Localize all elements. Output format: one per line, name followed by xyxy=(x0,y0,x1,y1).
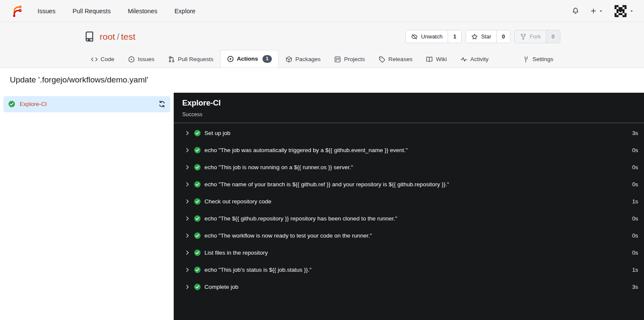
step-row[interactable]: List files in the repository0s xyxy=(174,244,644,261)
tab-releases[interactable]: Releases xyxy=(372,51,419,68)
fork-count[interactable]: 0 xyxy=(546,30,559,43)
chevron-right-icon xyxy=(185,164,190,170)
tab-label: Projects xyxy=(344,56,365,62)
job-sidebar: Explore-CI xyxy=(0,93,174,320)
chevron-right-icon xyxy=(185,147,190,153)
play-circle-icon xyxy=(227,56,234,62)
fork-button-group: Fork0 xyxy=(514,30,560,43)
unwatch-count[interactable]: 1 xyxy=(448,30,461,43)
navbar-right xyxy=(572,5,634,18)
bell-icon xyxy=(572,7,579,15)
project-icon xyxy=(334,56,341,63)
forgejo-logo[interactable] xyxy=(10,4,24,18)
tab-label: Wiki xyxy=(436,56,447,62)
repo-name-link[interactable]: test xyxy=(121,32,136,42)
step-duration: 3s xyxy=(627,284,638,290)
tab-wiki[interactable]: Wiki xyxy=(419,51,454,68)
star-button[interactable]: Star xyxy=(466,30,496,43)
nav-item-pull-requests[interactable]: Pull Requests xyxy=(73,8,111,15)
repo-header: root / test Unwatch1Star0Fork0 CodeIssue… xyxy=(0,22,644,68)
eye-off-icon xyxy=(411,33,418,40)
step-name: echo "The ${{ github.repository }} repos… xyxy=(204,215,397,222)
job-status-text: Success xyxy=(182,112,635,117)
chevron-right-icon xyxy=(185,216,190,221)
tab-label: Actions xyxy=(237,56,258,62)
tab-actions[interactable]: Actions1 xyxy=(220,50,279,68)
step-row[interactable]: Check out repository code1s xyxy=(174,193,644,210)
step-duration: 0s xyxy=(627,215,638,222)
step-name: echo "The name of your branch is ${{ git… xyxy=(204,181,449,188)
tab-issues[interactable]: Issues xyxy=(121,51,161,68)
chevron-right-icon xyxy=(185,250,190,255)
tab-projects[interactable]: Projects xyxy=(327,51,372,68)
step-name: Check out repository code xyxy=(204,198,271,205)
step-row[interactable]: Set up job3s xyxy=(174,125,644,142)
repo-action-buttons: Unwatch1Star0Fork0 xyxy=(405,30,560,43)
unwatch-label: Unwatch xyxy=(421,33,443,40)
repo-path-separator: / xyxy=(117,32,119,42)
rerun-job-button[interactable] xyxy=(158,100,166,108)
chevron-right-icon xyxy=(185,130,190,136)
notifications-button[interactable] xyxy=(572,7,579,15)
step-row[interactable]: echo "The job was automatically triggere… xyxy=(174,142,644,159)
step-success-icon xyxy=(194,232,201,239)
tab-code[interactable]: Code xyxy=(84,51,121,68)
book-icon xyxy=(426,56,433,63)
tab-settings[interactable]: Settings xyxy=(516,51,560,68)
step-row[interactable]: echo "The workflow is now ready to test … xyxy=(174,227,644,244)
refresh-icon xyxy=(158,100,166,108)
repo-owner-link[interactable]: root xyxy=(100,32,115,42)
star-count[interactable]: 0 xyxy=(496,30,510,43)
step-row[interactable]: Complete job3s xyxy=(174,279,644,296)
repo-icon xyxy=(84,31,95,42)
nav-item-milestones[interactable]: Milestones xyxy=(128,8,157,15)
fork-label: Fork xyxy=(530,33,541,40)
chevron-right-icon xyxy=(185,267,190,273)
tab-packages[interactable]: Packages xyxy=(279,51,327,68)
step-success-icon xyxy=(194,147,201,154)
step-row[interactable]: echo "This job is now running on a ${{ r… xyxy=(174,159,644,176)
fork-icon xyxy=(520,33,527,40)
chevron-right-icon xyxy=(185,182,190,187)
step-duration: 1s xyxy=(627,198,638,205)
nav-item-issues[interactable]: Issues xyxy=(38,8,55,15)
star-icon xyxy=(471,33,478,40)
tab-label: Activity xyxy=(470,56,489,62)
pulse-icon xyxy=(460,56,467,63)
chevron-down-icon xyxy=(599,9,603,13)
plus-icon xyxy=(590,8,597,14)
chevron-right-icon xyxy=(185,233,190,238)
issue-icon xyxy=(128,56,135,63)
tag-icon xyxy=(379,56,385,63)
tools-icon xyxy=(523,56,530,63)
fork-button[interactable]: Fork xyxy=(515,30,546,43)
step-success-icon xyxy=(194,215,201,222)
pull-request-icon xyxy=(168,56,175,63)
tab-label: Releases xyxy=(388,56,412,62)
nav-item-explore[interactable]: Explore xyxy=(175,8,195,15)
tab-label: Pull Requests xyxy=(178,56,213,62)
user-menu-button[interactable] xyxy=(614,5,634,18)
create-new-button[interactable] xyxy=(590,8,603,14)
job-item-explore-ci[interactable]: Explore-CI xyxy=(3,96,170,112)
tab-label: Issues xyxy=(138,56,154,62)
step-success-icon xyxy=(194,198,201,205)
unwatch-button[interactable]: Unwatch xyxy=(406,30,448,43)
tab-activity[interactable]: Activity xyxy=(454,51,495,68)
job-name: Explore-CI xyxy=(20,101,47,107)
tab-pull-requests[interactable]: Pull Requests xyxy=(161,51,220,68)
step-duration: 0s xyxy=(627,164,638,170)
unwatch-button-group: Unwatch1 xyxy=(405,30,462,43)
step-success-icon xyxy=(194,129,201,137)
step-success-icon xyxy=(194,266,201,273)
page-title: Update '.forgejo/workflows/demo.yaml' xyxy=(0,68,644,93)
chevron-right-icon xyxy=(185,199,190,204)
chevron-right-icon xyxy=(185,284,190,290)
step-name: List files in the repository xyxy=(204,250,268,256)
step-row[interactable]: echo "The ${{ github.repository }} repos… xyxy=(174,210,644,227)
step-name: echo "This job is now running on a ${{ r… xyxy=(204,164,353,170)
step-row[interactable]: echo "This job's status is ${{ job.statu… xyxy=(174,261,644,279)
tab-count-badge: 1 xyxy=(262,55,272,63)
step-row[interactable]: echo "The name of your branch is ${{ git… xyxy=(174,176,644,193)
job-panel-header: Explore-CI Success xyxy=(174,93,644,123)
